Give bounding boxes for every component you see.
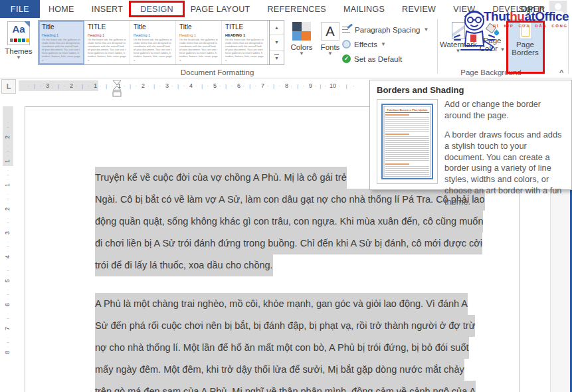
indent-marker[interactable] bbox=[112, 80, 122, 100]
colors-icon bbox=[292, 22, 311, 41]
fonts-icon: A bbox=[321, 22, 339, 41]
tooltip-title: Borders and Shading bbox=[377, 85, 565, 95]
avatar-head bbox=[555, 3, 561, 10]
colors-button[interactable]: Colors ▼ bbox=[287, 20, 316, 56]
tab-references[interactable]: REFERENCES bbox=[259, 0, 335, 18]
tab-insert[interactable]: INSERT bbox=[83, 0, 132, 18]
paragraph-spacing-button[interactable]: Paragraph Spacing ▼ bbox=[342, 23, 429, 36]
vertical-ruler[interactable]: ·–·2·–·1 ·–·1·–·2·–·3·–·4·–·5·–·6·–·7·–·… bbox=[1, 94, 15, 392]
page-color-icon bbox=[486, 23, 499, 35]
ribbon-tab-bar: FILE HOMEINSERTDESIGNPAGE LAYOUTREFERENC… bbox=[0, 0, 572, 18]
selected-text: nợ cho nhà thống lí. Một lần để hổ ăn mấ… bbox=[95, 337, 469, 359]
ruler-tick-cell: ·–·5 bbox=[3, 262, 13, 286]
selected-text: trên gò má đen sạm của A Phủ. Mị nghĩ về… bbox=[95, 381, 476, 392]
ruler-tick-cell: ·|·9 bbox=[290, 80, 314, 91]
ruler-tick-cell: ·|·2 bbox=[50, 80, 74, 91]
gallery-more-button[interactable]: ▼ bbox=[270, 50, 284, 64]
tooltip-paragraph-1: Add or change the border around the page… bbox=[444, 99, 565, 122]
document-text-line[interactable]: mấy ngày đêm. Một đêm, khi trở dậy thổi … bbox=[95, 359, 510, 381]
document-text-line[interactable]: nợ cho nhà thống lí. Một lần để hổ ăn mấ… bbox=[95, 337, 510, 359]
selected-text: Sử đến phá rối cuộc chơi nên bị bắt, bị … bbox=[95, 315, 475, 337]
page-color-button[interactable]: Page Color ▼ bbox=[478, 20, 507, 52]
document-text-line[interactable]: động quần quật, sống không khác gì con t… bbox=[95, 211, 510, 233]
gallery-scroll-down-button[interactable]: ▼ bbox=[270, 35, 284, 50]
style-set-thumbnail[interactable]: TitleHeading 1On the Insert tab, the gal… bbox=[39, 21, 84, 64]
ruler-tick-cell: ·–·1 bbox=[3, 142, 13, 166]
themes-button[interactable]: Aa Themes ▼ bbox=[1, 20, 36, 74]
page-borders-label-line1: Page bbox=[508, 41, 543, 49]
ruler-tick-cell: ·|·10 bbox=[314, 80, 337, 91]
group-label-document-formatting: Document Formatting bbox=[1, 68, 433, 76]
fonts-dropdown-arrow: ▼ bbox=[318, 51, 343, 56]
preview-document-title: Fabrikam Business Plan Update bbox=[385, 108, 429, 113]
tooltip-description: Add or change the border around the page… bbox=[444, 99, 565, 208]
sign-in-link[interactable]: Sign in bbox=[519, 0, 544, 18]
style-thumb-heading: Heading 1 bbox=[42, 33, 80, 37]
document-text-line[interactable]: trói để đi lấy lá thuốc, xoa dầu cho chồ… bbox=[95, 254, 510, 276]
watermark-button[interactable]: Watermark ▼ bbox=[440, 20, 476, 54]
style-set-thumbnail[interactable]: TITLEHeading 1On the Insert tab, the gal… bbox=[84, 21, 130, 64]
ruler-tick-cell: ·|·3 bbox=[27, 80, 50, 91]
selected-text: A Phủ là một chàng trai nghèo, mồ côi, k… bbox=[95, 293, 468, 315]
vertical-ruler-main-scale: ·–·1·–·2·–·3·–·4·–·5·–·6·–·7·–·8 bbox=[3, 166, 13, 392]
tab-selector-button[interactable]: L bbox=[1, 79, 16, 94]
ruler-tick-cell: ·–·3 bbox=[3, 214, 13, 238]
tab-view[interactable]: VIEW bbox=[444, 0, 484, 18]
style-thumb-body-text: On the Insert tab, the galleries include… bbox=[88, 38, 126, 62]
style-thumb-title: Title bbox=[134, 23, 172, 32]
fonts-button[interactable]: A Fonts ▼ bbox=[318, 20, 343, 56]
horizontal-ruler-left-scale: ·|·3·|·2·|·1 bbox=[19, 80, 98, 91]
ruler-tick-cell: ·|· bbox=[337, 80, 361, 91]
document-text-line[interactable]: Sử đến phá rối cuộc chơi nên bị bắt, bị … bbox=[95, 315, 510, 337]
page-color-label-line2: Color ▼ bbox=[478, 45, 507, 52]
style-set-thumbnail[interactable]: TITLEHEADING 1On the Insert tab, the gal… bbox=[222, 21, 268, 64]
tab-mailings[interactable]: MAILINGS bbox=[335, 0, 393, 18]
tab-file[interactable]: FILE bbox=[0, 0, 40, 18]
style-thumb-title: Title bbox=[42, 23, 80, 32]
tab-strip: HOMEINSERTDESIGNPAGE LAYOUTREFERENCESMAI… bbox=[40, 0, 554, 18]
themes-icon-swatches bbox=[10, 39, 29, 42]
page-color-label-line1: Page bbox=[478, 37, 507, 45]
style-set-thumbnail[interactable]: TitleHeading 1On the Insert tab, the gal… bbox=[176, 21, 222, 64]
effects-icon bbox=[342, 40, 351, 49]
page-borders-button[interactable]: Page Borders bbox=[508, 19, 543, 72]
group-separator bbox=[437, 19, 438, 74]
page-borders-icon bbox=[519, 22, 532, 39]
user-avatar-icon[interactable] bbox=[549, 1, 567, 17]
selected-text: đi chơi liền bị A Sử trói đánh đứng tron… bbox=[95, 233, 482, 254]
collapse-ribbon-chevron-icon[interactable]: ^ bbox=[559, 68, 563, 76]
document-text-line[interactable]: A Phủ là một chàng trai nghèo, mồ côi, k… bbox=[95, 293, 510, 315]
bordered-page-preview: Fabrikam Business Plan Update bbox=[381, 104, 433, 179]
style-set-thumbnail[interactable]: TitleHeading 1On the Insert tab, the gal… bbox=[130, 21, 176, 64]
ruler-tick-cell: ·|·3 bbox=[146, 80, 170, 91]
set-as-default-button[interactable]: ✓ Set as Default bbox=[342, 52, 402, 65]
paragraph-2: A Phủ là một chàng trai nghèo, mồ côi, k… bbox=[95, 293, 510, 392]
colors-dropdown-arrow: ▼ bbox=[287, 51, 316, 56]
document-formatting-gallery: TitleHeading 1On the Insert tab, the gal… bbox=[38, 20, 284, 65]
tab-home[interactable]: HOME bbox=[40, 0, 83, 18]
ruler-tick-cell: ·–·6 bbox=[3, 286, 13, 310]
gallery-scroll-up-button[interactable]: ▲ bbox=[270, 21, 284, 35]
style-thumb-title: Title bbox=[179, 23, 218, 32]
effects-button[interactable]: Effects ▼ bbox=[342, 38, 386, 50]
style-thumb-body-text: On the Insert tab, the galleries include… bbox=[42, 38, 80, 62]
document-text-line[interactable]: đi chơi liền bị A Sử trói đánh đứng tron… bbox=[95, 233, 510, 254]
style-thumb-title: TITLE bbox=[225, 23, 264, 32]
checkmark-icon: ✓ bbox=[342, 54, 351, 63]
document-text-line[interactable]: trên gò má đen sạm của A Phủ. Mị nghĩ về… bbox=[95, 381, 510, 392]
ribbon: Aa Themes ▼ TitleHeading 1On the Insert … bbox=[0, 18, 572, 78]
tab-page-layout[interactable]: PAGE LAYOUT bbox=[182, 0, 259, 18]
page-borders-tooltip: Borders and Shading Fabrikam Business Pl… bbox=[369, 80, 572, 190]
style-thumb-body-text: On the Insert tab, the galleries include… bbox=[225, 38, 264, 62]
paragraph-spacing-label: Paragraph Spacing bbox=[355, 26, 420, 34]
paragraph-spacing-icon bbox=[342, 26, 351, 34]
themes-dropdown-arrow: ▼ bbox=[1, 55, 36, 60]
ruler-tick-cell: ·|·7 bbox=[242, 80, 266, 91]
ruler-tick-cell: ·–·2 bbox=[3, 190, 13, 214]
style-thumb-title: TITLE bbox=[88, 23, 126, 32]
ruler-tick-cell: ·|·5 bbox=[194, 80, 218, 91]
style-thumb-body-text: On the Insert tab, the galleries include… bbox=[134, 38, 172, 62]
tab-review[interactable]: REVIEW bbox=[393, 0, 444, 18]
themes-icon: Aa bbox=[7, 21, 30, 45]
tab-design[interactable]: DESIGN bbox=[132, 0, 182, 18]
